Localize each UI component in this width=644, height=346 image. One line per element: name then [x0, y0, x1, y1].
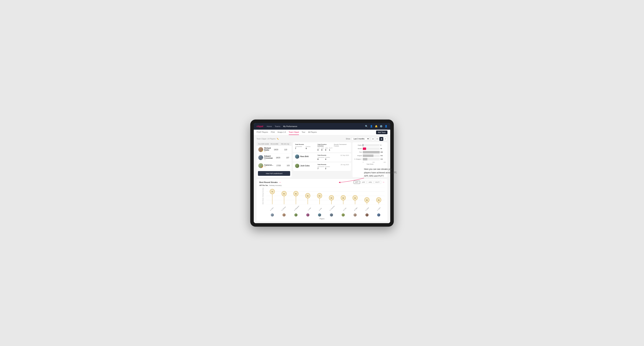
- svg-text:3x: 3x: [366, 199, 368, 201]
- practice-value-0: 6: [306, 147, 316, 149]
- streaks-section: Best Round Streaks ← OTT APP ARG PUTT → …: [256, 179, 388, 221]
- streaks-title: Best Round Streaks: [259, 181, 278, 183]
- pc-rounds-types: Rounds Tournament Practice: [334, 144, 349, 147]
- chart-label-dbogeys: D. Bogeys +: [354, 158, 362, 160]
- pc-practice-info: Total Practice Activities OTT 0 APP 0: [318, 144, 332, 151]
- pract-lbl-2: Practice: [325, 166, 332, 168]
- grid-view-icon[interactable]: ⊞: [371, 137, 375, 141]
- nav-teams[interactable]: Teams: [275, 125, 280, 128]
- svg-text:3x: 3x: [378, 199, 380, 201]
- y-axis-area: Best Streak, Fairway Accuracy: [259, 188, 266, 204]
- streak-player-avatar-9: [377, 213, 380, 216]
- edit-icon[interactable]: ✏️: [277, 138, 279, 140]
- player-name-text-2: Edward Crossman: [264, 155, 273, 159]
- team-controls: Show Last 3 months Last 6 months Last 12…: [346, 137, 388, 141]
- tab-team-clippd[interactable]: Team Clippd: [289, 130, 299, 135]
- chart-bar-container-eagles: [363, 144, 380, 147]
- svg-text:6x: 6x: [283, 193, 285, 194]
- player-name-label-4: R. Britt: [319, 207, 322, 211]
- svg-text:4x: 4x: [354, 197, 356, 199]
- player-info-1: 1 Richard Butler ♥ 1: [258, 147, 271, 152]
- ott-label-0: OTT: [318, 147, 321, 149]
- chart-x-axis: 0 200 400: [354, 162, 386, 163]
- streak-tab-arg[interactable]: ARG: [367, 181, 374, 184]
- player-name-3: Cameron... ♥ 3: [264, 164, 273, 167]
- player-name-label-9: C. Quick: [377, 207, 381, 211]
- total-rounds-title-1: Total Rounds: [318, 155, 332, 156]
- streak-player-avatar-2: [294, 213, 298, 216]
- nav-home[interactable]: Home: [267, 125, 272, 128]
- svg-text:6x: 6x: [295, 193, 297, 194]
- rounds-grid-0: Tournament 7 Practice 6: [295, 146, 316, 149]
- chart-value-pars: 499: [380, 151, 386, 153]
- chart-label-bogeys: Bogeys: [354, 155, 362, 156]
- arrow-right-icon: →: [382, 181, 385, 184]
- table-view-icon[interactable]: ≡: [384, 137, 388, 141]
- player-name-label-7: M. Miller: [354, 207, 358, 211]
- header-player-name: PLAYER NAME: [258, 143, 270, 145]
- table-row: 3 Cameron... ♥ 3 17/20 103: [256, 162, 292, 170]
- player-card-0: Total Rounds Tournament 7 Practice 6: [293, 142, 351, 152]
- pract-val-2: 2: [325, 168, 332, 170]
- chart-value-dbogeys: 131: [380, 158, 386, 160]
- user-icon[interactable]: 👤: [370, 125, 373, 128]
- settings-icon[interactable]: ⚙️: [380, 125, 382, 128]
- total-rounds-title-2: Total Rounds: [318, 164, 332, 165]
- rounds-grid-2: Tournament 7 Practice 2: [318, 166, 332, 170]
- bell-icon[interactable]: 🔔: [375, 125, 378, 128]
- player-name-label-5: E. Crossman: [329, 205, 335, 211]
- team-header: Team Clippd 14 Players ✏️ Show Last 3 mo…: [256, 137, 388, 141]
- streak-player-avatar-3: [306, 213, 310, 216]
- streak-player-avatar-8: [366, 213, 368, 216]
- chart-row-birdies: Birdies 96: [354, 148, 386, 150]
- tab-hcaps[interactable]: Hcaps 1-5: [278, 130, 286, 135]
- streaks-subtitle: Off The Tee , Fairway Accuracy: [259, 184, 385, 186]
- streak-player-avatar-5: [330, 213, 333, 216]
- arrow-icon: ←: [279, 181, 282, 184]
- tab-pga[interactable]: PGA: [271, 130, 275, 135]
- profile-icon[interactable]: 👤: [385, 125, 388, 128]
- pc-date-2: 26 Aug 2023: [334, 164, 349, 166]
- list-view-icon[interactable]: ☰: [375, 137, 379, 141]
- practice-col-0: Practice 6: [306, 146, 316, 149]
- tab-pgat-players[interactable]: PGAT Players: [256, 130, 268, 135]
- x-label-400: 400: [384, 162, 386, 163]
- add-team-button[interactable]: Add Team: [376, 131, 388, 134]
- tab-all-players[interactable]: All Players: [308, 130, 317, 135]
- team-name: Team Clippd: [256, 138, 266, 140]
- player-card-2: Josh Coles Total Rounds Tournament 7: [293, 162, 351, 171]
- app-col-0: APP 0: [321, 147, 325, 151]
- avatar: 1: [258, 147, 263, 152]
- chart-bar-container-dbogeys: [363, 158, 380, 161]
- svg-text:4x: 4x: [342, 197, 344, 199]
- nav-my-performance[interactable]: My Performance: [283, 125, 297, 128]
- header-pb-avg-sq: PB AVG SQ: [281, 143, 290, 145]
- tab-tour[interactable]: Tour: [302, 130, 305, 135]
- player-name-text-3: Cameron...: [264, 164, 273, 166]
- streak-player-avatar-4: [318, 213, 321, 216]
- player-avatar-1: [295, 155, 299, 159]
- ott-col-0: OTT 0: [318, 147, 321, 151]
- avatar: 3: [258, 163, 263, 168]
- practice-grid-0: OTT 0 APP 0 ARG 0: [318, 147, 332, 151]
- nav-actions: 🔍 👤 🔔 ⚙️ 👤: [365, 125, 388, 128]
- search-icon[interactable]: 🔍: [365, 125, 368, 128]
- streak-tab-putt[interactable]: PUTT: [374, 181, 381, 184]
- arg-label-0: ARG: [325, 147, 329, 149]
- period-select[interactable]: Last 3 months Last 6 months Last 12 mont…: [352, 137, 370, 141]
- chart-row-pars: Pars 499: [354, 151, 386, 154]
- player-name-labels: E. Elvert B. McHerg D. Billingham J. Col…: [266, 210, 385, 211]
- pb-avg-sq-1: 110: [281, 149, 290, 151]
- chart-value-bogeys: 311: [380, 155, 386, 156]
- pc-rounds-info-2: Total Rounds Tournament 7 Practice 2: [318, 164, 332, 170]
- total-practice-label-0: Total Practice Activities: [318, 144, 332, 147]
- annotation-text: Here you can see streaks your players ha…: [364, 168, 399, 178]
- view-leaderboard-button[interactable]: View Full Leaderboard: [258, 171, 290, 176]
- card-view-icon[interactable]: ▦: [380, 137, 383, 141]
- chart-value-eagles: 3: [380, 144, 386, 146]
- streak-player-avatar-7: [354, 213, 357, 216]
- player-name-label-1: B. McHerg: [281, 206, 286, 211]
- table-row: 2 Edward Crossman ♥ 2 18/20 107: [256, 154, 292, 162]
- streaks-header: Best Round Streaks ← OTT APP ARG PUTT →: [259, 181, 385, 184]
- rounds-type-label: Rounds Tournament Practice: [334, 144, 349, 147]
